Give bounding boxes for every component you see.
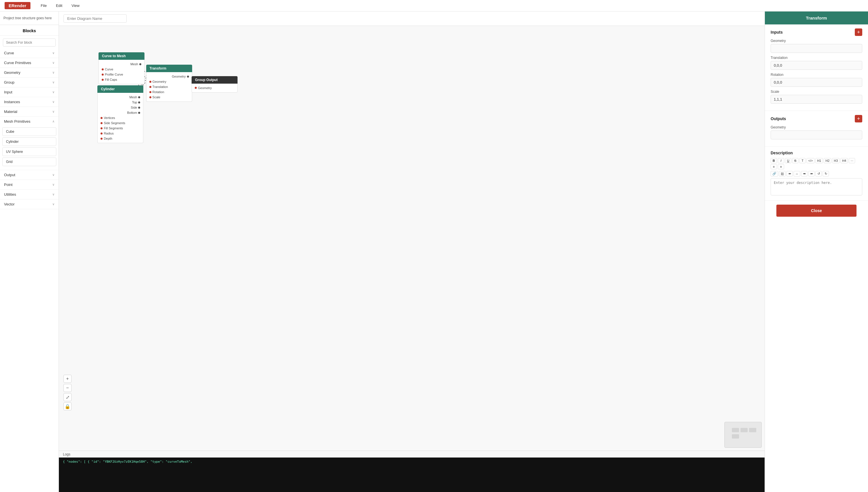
category-header-point[interactable]: Point∨	[0, 180, 58, 189]
fit-view-button[interactable]: ⤢	[63, 393, 72, 401]
unlink-button[interactable]: ⛓	[779, 171, 786, 176]
port-in-rotation[interactable]: Rotation	[147, 89, 192, 95]
align-justify-button[interactable]: ⬅	[808, 171, 815, 176]
add-output-button[interactable]: +	[855, 115, 862, 122]
align-left-button[interactable]: ⬅	[786, 171, 793, 176]
strikethrough-button[interactable]: S	[792, 158, 798, 163]
description-textarea[interactable]	[771, 178, 862, 195]
category-header-instances[interactable]: Instances∨	[0, 97, 58, 107]
h2-button[interactable]: H2	[824, 158, 831, 163]
scale-label: Scale	[771, 90, 862, 94]
category-header-mesh-primitives[interactable]: Mesh Primitives∧	[0, 117, 58, 126]
undo-button[interactable]: ↺	[815, 171, 822, 176]
node-group-output[interactable]: Group OutputGeometry	[192, 76, 237, 93]
h3-button[interactable]: H3	[832, 158, 840, 163]
right-panel-title: Transform	[765, 11, 868, 24]
add-input-button[interactable]: +	[855, 28, 862, 36]
port-in-fill-caps[interactable]: Fill Caps	[99, 77, 144, 82]
category-header-curve-primitives[interactable]: Curve Primitives∨	[0, 58, 58, 68]
node-curve-to-mesh[interactable]: Curve to MeshMeshCurveProfile CurveFill …	[99, 52, 145, 84]
node-header-cylinder: Cylinder	[97, 85, 143, 93]
canvas[interactable]: + − ⤢ 🔒 Curve to MeshMeshCurveProfile Cu…	[59, 26, 765, 451]
node-transform[interactable]: TransformGeometryGeometryTranslationRota…	[146, 65, 192, 102]
menu-edit[interactable]: Edit	[54, 2, 64, 9]
port-in-side-segments[interactable]: Side Segments	[98, 120, 143, 126]
h4-button[interactable]: H4	[840, 158, 848, 163]
output-geometry-label: Geometry	[771, 125, 862, 129]
category-header-input[interactable]: Input∨	[0, 88, 58, 97]
port-out-top[interactable]: Top	[98, 100, 143, 105]
redo-button[interactable]: ↻	[823, 171, 829, 176]
category-header-geometry[interactable]: Geometry∨	[0, 68, 58, 77]
desc-toolbar-row2: 🔗 ⛓ ⬅ ↔ ➡ ⬅ ↺ ↻	[771, 171, 862, 176]
translation-label: Translation	[771, 56, 862, 60]
menu-file[interactable]: File	[39, 2, 49, 9]
node-header-group-output: Group Output	[192, 76, 237, 83]
port-out-mesh[interactable]: Mesh	[98, 95, 143, 100]
block-item-uv-sphere[interactable]: UV Sphere	[2, 147, 56, 156]
port-out-geometry[interactable]: Geometry	[147, 74, 192, 79]
logs-panel: { "nodes": [ { "id": "YBKF2UzHyv7zEK1Hqe…	[59, 458, 765, 492]
bold-button[interactable]: B	[771, 158, 777, 163]
port-in-geometry[interactable]: Geometry	[192, 85, 237, 91]
outputs-title: Outputs +	[771, 115, 862, 122]
node-header-transform: Transform	[146, 65, 192, 72]
category-point: Point∨	[0, 180, 58, 190]
category-header-group[interactable]: Group∨	[0, 78, 58, 87]
port-in-vertices[interactable]: Vertices	[98, 115, 143, 120]
align-center-button[interactable]: ↔	[794, 171, 800, 176]
category-curve-primitives: Curve Primitives∨	[0, 58, 58, 68]
block-item-grid[interactable]: Grid	[2, 157, 56, 166]
search-input[interactable]	[3, 39, 56, 47]
zoom-out-button[interactable]: −	[63, 384, 72, 392]
port-out-mesh[interactable]: Mesh	[99, 62, 144, 67]
port-in-profile-curve[interactable]: Profile Curve	[99, 72, 144, 77]
category-header-material[interactable]: Material∨	[0, 107, 58, 116]
category-header-output[interactable]: Output∨	[0, 170, 58, 180]
translation-input[interactable]	[771, 61, 862, 70]
link-button[interactable]: 🔗	[771, 171, 778, 176]
scale-input[interactable]	[771, 95, 862, 104]
align-right-button[interactable]: ➡	[801, 171, 808, 176]
rotation-input[interactable]	[771, 78, 862, 87]
port-out-bottom[interactable]: Bottom	[98, 110, 143, 115]
block-item-cube[interactable]: Cube	[2, 127, 56, 136]
category-header-vector[interactable]: Vector∨	[0, 199, 58, 209]
category-output: Output∨	[0, 170, 58, 180]
node-body-transform: GeometryGeometryTranslationRotationScale	[146, 72, 192, 102]
zoom-in-button[interactable]: +	[63, 375, 72, 383]
port-out-side[interactable]: Side	[98, 105, 143, 110]
geometry-input[interactable]	[771, 44, 862, 53]
text-button[interactable]: T	[799, 158, 806, 163]
node-header-curve-to-mesh: Curve to Mesh	[99, 52, 145, 60]
ordered-list-button[interactable]: ≡	[778, 164, 784, 169]
diagram-name-input[interactable]	[63, 15, 127, 23]
canvas-area: + − ⤢ 🔒 Curve to MeshMeshCurveProfile Cu…	[59, 11, 765, 492]
underline-button[interactable]: U	[785, 158, 791, 163]
code-button[interactable]: </>	[807, 158, 815, 163]
node-cylinder[interactable]: CylinderMeshTopSideBottomVerticesSide Se…	[97, 85, 143, 143]
menu-view[interactable]: View	[70, 2, 81, 9]
more-button[interactable]: ···	[849, 158, 855, 163]
port-in-curve[interactable]: Curve	[99, 67, 144, 72]
lock-button[interactable]: 🔒	[63, 402, 72, 410]
h1-button[interactable]: H1	[815, 158, 823, 163]
category-header-utilities[interactable]: Utilities∨	[0, 190, 58, 199]
port-in-depth[interactable]: Depth	[98, 136, 143, 141]
category-header-curve[interactable]: Curve∨	[0, 48, 58, 58]
project-tree: Project tree structure goes here	[0, 11, 58, 25]
italic-button[interactable]: I	[778, 158, 784, 163]
close-button[interactable]: Close	[776, 205, 857, 217]
port-in-fill-segments[interactable]: Fill Segments	[98, 126, 143, 131]
list-button[interactable]: ≡	[771, 164, 777, 169]
output-geometry-input[interactable]	[771, 130, 862, 139]
geometry-label: Geometry	[771, 39, 862, 43]
node-body-cylinder: MeshTopSideBottomVerticesSide SegmentsFi…	[97, 93, 143, 143]
port-in-geometry[interactable]: Geometry	[147, 79, 192, 84]
description-section: Description B I U S T </> H1 H2 H3 H4 ··…	[765, 147, 868, 201]
port-in-translation[interactable]: Translation	[147, 84, 192, 89]
canvas-toolbar	[59, 11, 765, 26]
port-in-radius[interactable]: Radius	[98, 131, 143, 136]
block-item-cylinder[interactable]: Cylinder	[2, 138, 56, 146]
port-in-scale[interactable]: Scale	[147, 95, 192, 100]
